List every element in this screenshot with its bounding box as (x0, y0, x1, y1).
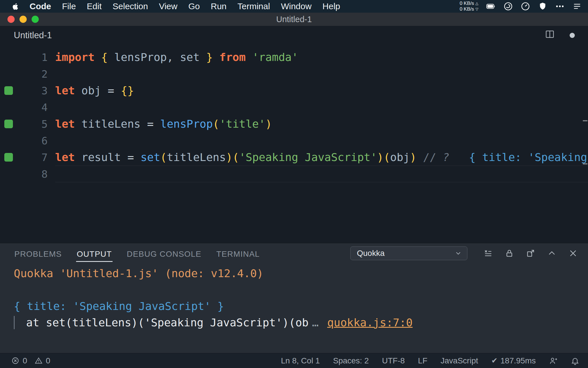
indentation[interactable]: Spaces: 2 (333, 356, 369, 365)
chevron-down-icon (454, 250, 462, 257)
output-stack-line: at set(titleLens)('Speaking JavaScript')… (14, 314, 588, 331)
code-line-6[interactable]: 6 (0, 132, 588, 149)
token-brace: } (206, 51, 213, 64)
eol-indicator[interactable]: LF (418, 356, 428, 365)
bottom-panel: PROBLEMSOUTPUTDEBUG CONSOLETERMINAL Quok… (0, 243, 588, 353)
menu-items: CodeFileEditSelectionViewGoRunTerminalWi… (30, 1, 340, 11)
panel-tab-output[interactable]: OUTPUT (76, 245, 112, 262)
token-string: 'ramda' (252, 51, 298, 64)
encoding[interactable]: UTF-8 (382, 356, 405, 365)
window-title-bar[interactable]: Untitled-1 (0, 13, 588, 26)
menu-item-selection[interactable]: Selection (113, 1, 148, 11)
output-content: Quokka 'Untitled-1.js' (node: v12.4.0) {… (0, 263, 588, 331)
code-line-4[interactable]: 4 (0, 99, 588, 116)
token-brace: )( (226, 151, 239, 164)
ellipsis-icon[interactable] (555, 2, 564, 11)
menu-item-view[interactable]: View (159, 1, 177, 11)
token-plain (213, 51, 219, 64)
clear-output-icon[interactable] (483, 249, 493, 258)
cursor-position[interactable]: Ln 8, Col 1 (281, 356, 320, 365)
warning-count: 0 (46, 356, 51, 365)
panel-tab-problems[interactable]: PROBLEMS (14, 245, 62, 262)
code-line-7[interactable]: 7let result = set(titleLens)('Speaking J… (0, 149, 588, 166)
problems-indicator[interactable]: 0 0 (11, 356, 50, 365)
check-icon: ✔ (491, 356, 498, 365)
output-channel-select[interactable]: Quokka (350, 246, 467, 260)
line-content: let obj = {} (55, 84, 134, 97)
token-comment: // (423, 151, 443, 164)
panel-tab-terminal[interactable]: TERMINAL (216, 245, 260, 262)
editor-actions (545, 29, 575, 41)
panel-tab-debug-console[interactable]: DEBUG CONSOLE (126, 245, 202, 262)
token-comment-italic: ? (443, 151, 449, 164)
close-panel-icon[interactable] (568, 249, 578, 258)
menu-item-terminal[interactable]: Terminal (237, 1, 270, 11)
code-line-8[interactable]: 8 (0, 166, 588, 182)
stack-indent-bar (14, 316, 15, 329)
minimize-window-button[interactable] (20, 16, 27, 23)
lock-scroll-icon[interactable] (505, 249, 514, 258)
output-blank-line (14, 281, 588, 298)
download-arrow-icon: ▽ (475, 6, 478, 12)
output-channel-value: Quokka (357, 249, 385, 258)
token-keyword: from (219, 51, 246, 64)
network-down-speed: 0 KB/s (460, 6, 474, 12)
line-number: 7 (17, 152, 48, 163)
token-ident: obj (75, 84, 101, 97)
unsaved-indicator-dot[interactable] (570, 33, 575, 38)
line-number: 5 (17, 118, 48, 130)
menu-item-file[interactable]: File (62, 1, 76, 11)
code-line-3[interactable]: 3let obj = {} (0, 82, 588, 99)
screen: CodeFileEditSelectionViewGoRunTerminalWi… (0, 0, 588, 368)
split-editor-icon[interactable] (545, 29, 555, 41)
zoom-window-button[interactable] (32, 16, 39, 23)
apple-menu[interactable] (11, 3, 19, 10)
menubar-status-area: 0 KB/s△ 0 KB/s▽ (460, 1, 582, 12)
menu-item-window[interactable]: Window (281, 1, 312, 11)
line-number: 4 (17, 101, 48, 113)
menu-item-go[interactable]: Go (188, 1, 200, 11)
stack-location-link[interactable]: quokka.js:7:0 (327, 316, 413, 329)
network-up-row: 0 KB/s△ (460, 1, 478, 6)
stack-text: at set(titleLens)('Speaking JavaScript')… (26, 316, 309, 329)
menu-item-code[interactable]: Code (30, 1, 51, 11)
apple-icon (11, 3, 19, 10)
token-brace: ( (213, 118, 219, 130)
code-line-1[interactable]: 1import { lensProp, set } from 'ramda' (0, 49, 588, 66)
token-inline: { title: 'Speaking Ja (469, 151, 588, 164)
clock-icon[interactable] (521, 2, 530, 11)
token-ident: titleLens (75, 118, 141, 130)
code-line-2[interactable]: 2 (0, 66, 588, 82)
shield-icon[interactable] (538, 2, 547, 11)
token-keyword: let (55, 84, 75, 97)
open-in-editor-icon[interactable] (526, 249, 535, 258)
quokka-coverage-indicator (0, 153, 17, 162)
bell-icon[interactable] (571, 356, 579, 365)
close-window-button[interactable] (7, 16, 15, 23)
menu-item-edit[interactable]: Edit (87, 1, 102, 11)
panel-controls: Quokka (350, 246, 578, 260)
token-plain (94, 51, 101, 64)
panel-tabs: PROBLEMSOUTPUTDEBUG CONSOLETERMINAL (14, 245, 260, 262)
token-brace: )( (377, 151, 390, 164)
status-bar: 0 0 Ln 8, Col 1 Spaces: 2 UTF-8 LF JavaS… (0, 353, 588, 368)
quokka-status[interactable]: ✔187.95ms (491, 356, 536, 365)
warning-icon (35, 357, 42, 365)
window-title: Untitled-1 (276, 15, 312, 24)
maximize-panel-icon[interactable] (547, 249, 556, 258)
error-count: 0 (23, 356, 27, 365)
token-plain (246, 51, 252, 64)
feedback-icon[interactable] (549, 356, 558, 365)
list-icon[interactable] (572, 2, 582, 11)
network-down-row: 0 KB/s▽ (460, 6, 478, 12)
token-brace: ) (410, 151, 416, 164)
code-line-5[interactable]: 5let titleLens = lensProp('title') (0, 116, 588, 132)
swirl-icon[interactable] (504, 2, 513, 11)
battery-icon[interactable] (486, 2, 496, 11)
stack-ellipsis: … (312, 316, 319, 329)
menu-item-run[interactable]: Run (211, 1, 227, 11)
network-speed-indicator[interactable]: 0 KB/s△ 0 KB/s▽ (460, 1, 478, 12)
line-content: import { lensProp, set } from 'ramda' (55, 51, 298, 64)
language-mode[interactable]: JavaScript (441, 356, 478, 365)
menu-item-help[interactable]: Help (322, 1, 340, 11)
